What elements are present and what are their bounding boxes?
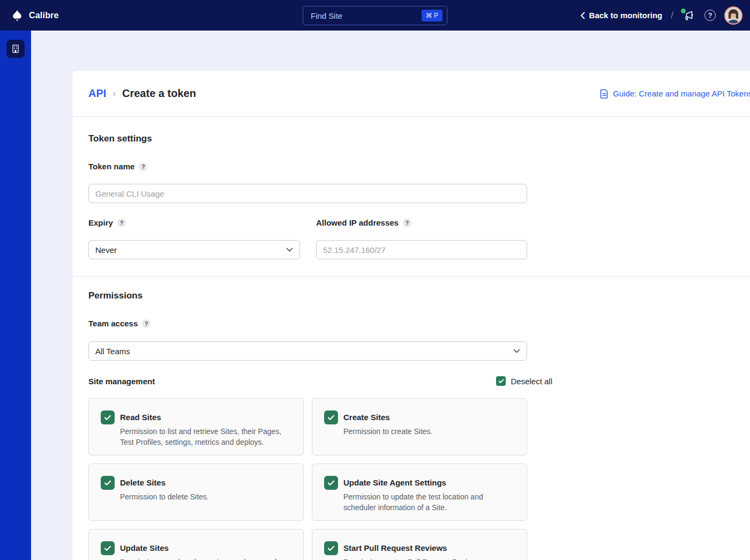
back-to-monitoring-link[interactable]: Back to monitoring bbox=[580, 11, 663, 20]
allowed-ips-input[interactable] bbox=[316, 240, 527, 259]
permission-title: Update Site Agent Settings bbox=[343, 477, 508, 489]
team-access-help-icon[interactable]: ? bbox=[142, 319, 151, 328]
token-name-label: Token name ? bbox=[88, 162, 147, 171]
permission-checkbox[interactable] bbox=[101, 541, 115, 555]
avatar-photo bbox=[725, 8, 741, 24]
permission-description: Permission to create Sites. bbox=[343, 426, 433, 437]
document-icon bbox=[600, 89, 609, 99]
permission-checkbox[interactable] bbox=[324, 410, 338, 424]
permission-checkbox[interactable] bbox=[101, 410, 115, 424]
permission-description: Permission to start Pull Request Reviews bbox=[343, 557, 481, 560]
permission-card-create-sites[interactable]: Create SitesPermission to create Sites. bbox=[312, 398, 527, 456]
token-name-input[interactable] bbox=[88, 184, 527, 203]
top-navigation-bar: Calibre ⌘ P Back to monitoring / ? bbox=[0, 0, 750, 31]
permission-title: Start Pull Request Reviews bbox=[343, 542, 481, 554]
chevron-down-icon bbox=[286, 248, 293, 252]
site-management-label: Site management bbox=[88, 377, 155, 386]
permission-checkbox[interactable] bbox=[324, 541, 338, 555]
site-search[interactable]: ⌘ P bbox=[303, 6, 447, 25]
expiry-label: Expiry ? bbox=[88, 218, 126, 227]
check-icon bbox=[104, 546, 111, 551]
check-icon bbox=[104, 480, 111, 486]
permission-description: Permission to delete Sites. bbox=[120, 491, 209, 502]
permission-description: Permission to list and retrieve Sites, t… bbox=[120, 426, 285, 447]
chevron-left-icon bbox=[580, 12, 585, 19]
check-icon bbox=[327, 480, 335, 486]
team-access-select[interactable]: All Teams bbox=[88, 341, 527, 361]
token-settings-heading: Token settings bbox=[88, 133, 152, 144]
token-name-help-icon[interactable]: ? bbox=[139, 162, 147, 171]
building-icon bbox=[11, 44, 20, 54]
main-background: API › Create a token Guide: Create and m… bbox=[31, 31, 750, 560]
left-sidebar bbox=[0, 31, 31, 560]
chevron-down-icon bbox=[513, 349, 520, 353]
header-divider bbox=[72, 116, 750, 117]
guide-link[interactable]: Guide: Create and manage API Tokens bbox=[600, 89, 750, 99]
permission-checkbox[interactable] bbox=[101, 476, 115, 490]
notification-dot bbox=[681, 9, 686, 13]
allowed-ips-label: Allowed IP addresses ? bbox=[316, 218, 411, 227]
permissions-heading: Permissions bbox=[88, 290, 142, 301]
expiry-help-icon[interactable]: ? bbox=[117, 219, 126, 227]
check-icon bbox=[327, 415, 335, 421]
permission-card-read-sites[interactable]: Read SitesPermission to list and retriev… bbox=[88, 398, 304, 456]
breadcrumb-separator-icon: › bbox=[112, 88, 116, 99]
permission-card-update-sites[interactable]: Update SitesPermission to update the set… bbox=[88, 529, 304, 560]
sidebar-item-organization[interactable] bbox=[6, 40, 25, 58]
user-avatar[interactable] bbox=[724, 6, 742, 25]
keyboard-shortcut-badge: ⌘ P bbox=[422, 10, 442, 21]
brand-name: Calibre bbox=[29, 11, 59, 20]
permission-title: Delete Sites bbox=[120, 477, 209, 489]
page-title: Create a token bbox=[122, 87, 196, 100]
permission-card-start-pull-request-reviews[interactable]: Start Pull Request ReviewsPermission to … bbox=[312, 529, 527, 560]
deselect-all-label: Deselect all bbox=[511, 377, 552, 386]
announcements-button[interactable] bbox=[682, 9, 696, 23]
permission-description: Permission to update the test location a… bbox=[343, 491, 508, 513]
permission-description: Permission to update the settings and se… bbox=[120, 557, 285, 560]
breadcrumb-api-link[interactable]: API bbox=[88, 87, 106, 100]
brand[interactable]: Calibre bbox=[0, 9, 59, 22]
check-icon bbox=[104, 415, 111, 421]
deselect-all-checkbox[interactable] bbox=[496, 376, 506, 386]
section-divider bbox=[72, 276, 750, 277]
check-icon bbox=[327, 546, 335, 551]
spade-logo-icon bbox=[11, 9, 24, 22]
help-question-icon: ? bbox=[708, 12, 712, 19]
check-icon bbox=[498, 379, 504, 384]
permission-checkbox[interactable] bbox=[324, 476, 338, 490]
expiry-select[interactable]: Never bbox=[88, 240, 300, 259]
permission-title: Read Sites bbox=[120, 412, 285, 423]
permission-card-update-site-agent-settings[interactable]: Update Site Agent SettingsPermission to … bbox=[312, 464, 527, 521]
breadcrumb: API › Create a token Guide: Create and m… bbox=[88, 71, 750, 116]
permission-title: Create Sites bbox=[343, 412, 433, 423]
help-button[interactable]: ? bbox=[704, 10, 716, 21]
allowed-ips-help-icon[interactable]: ? bbox=[403, 219, 411, 227]
deselect-all-control[interactable]: Deselect all bbox=[496, 376, 552, 386]
team-access-label: Team access ? bbox=[88, 319, 151, 328]
content-panel: API › Create a token Guide: Create and m… bbox=[72, 71, 750, 560]
site-search-input[interactable] bbox=[311, 11, 422, 20]
permission-title: Update Sites bbox=[120, 542, 285, 554]
header-separator: / bbox=[671, 10, 673, 21]
permission-card-delete-sites[interactable]: Delete SitesPermission to delete Sites. bbox=[88, 464, 304, 521]
